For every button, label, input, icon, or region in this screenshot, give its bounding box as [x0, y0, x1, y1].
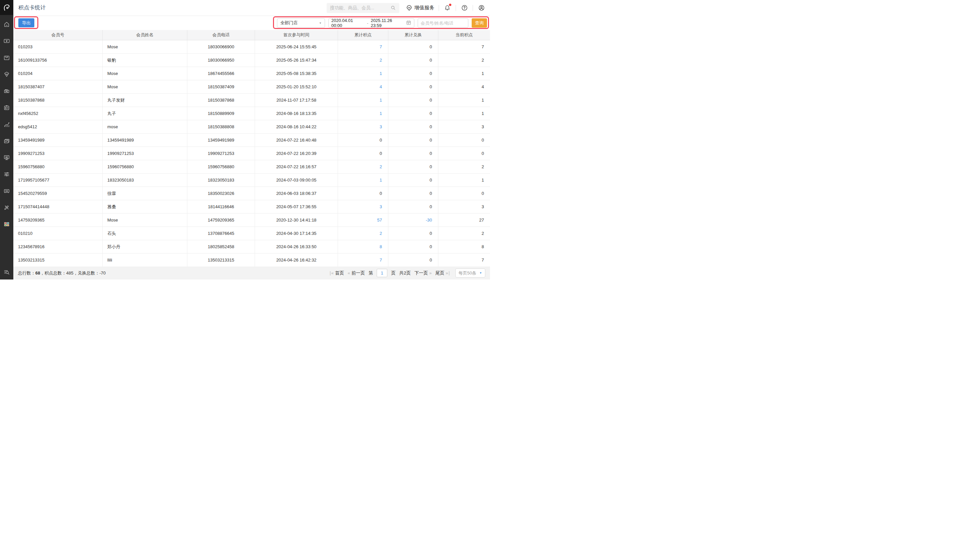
cell-first-time: 2020-12-30 14:41:18: [255, 213, 338, 227]
cell-redeem-total[interactable]: 0: [388, 107, 438, 120]
cell-points-total[interactable]: 1: [338, 94, 388, 107]
first-page-button[interactable]: ∣« 首页: [329, 270, 344, 276]
store-filter-select[interactable]: 全部门店 ▼: [277, 18, 325, 28]
cell-redeem-total[interactable]: 0: [388, 160, 438, 173]
cell-redeem-total[interactable]: 0: [388, 174, 438, 187]
cell-member-name: 郑小丹: [103, 240, 187, 253]
table-row[interactable]: 13503213315 llili 13503213315 2024-04-26…: [13, 253, 490, 267]
table-row[interactable]: edsg5412 mose 18150388808 2024-08-16 10:…: [13, 120, 490, 134]
value-added-services-button[interactable]: 增值服务: [406, 5, 434, 11]
cell-redeem-total[interactable]: 0: [388, 120, 438, 133]
cell-first-time: 2024-07-03 09:00:05: [255, 174, 338, 187]
date-range-picker[interactable]: 2020.04.01 00:00 - 2025.11.26 23:59: [328, 18, 415, 28]
cell-first-time: 2024-04-26 16:33:50: [255, 240, 338, 253]
cell-points-total[interactable]: 0: [338, 134, 388, 147]
gem-icon[interactable]: [3, 71, 10, 78]
cell-points-total[interactable]: 3: [338, 120, 388, 133]
cell-points-total[interactable]: 7: [338, 253, 388, 266]
table-row[interactable]: 154520279559 徐霖 18350023026 2024-06-03 1…: [13, 187, 490, 200]
cell-member-id: 010204: [13, 67, 103, 80]
cell-member-name: Mose: [103, 67, 187, 80]
cell-first-time: 2024-04-26 16:42:32: [255, 253, 338, 266]
global-search-input[interactable]: [330, 5, 390, 10]
table-row[interactable]: 1719957105677 18323050183 18323050183 20…: [13, 174, 490, 187]
next-page-button[interactable]: 下一页 »: [415, 270, 432, 276]
cell-points-total[interactable]: 2: [338, 54, 388, 67]
table-row[interactable]: 15960756880 15960756880 15960756880 2024…: [13, 160, 490, 174]
package-icon[interactable]: [3, 54, 10, 61]
table-row[interactable]: 010203 Mose 18030066900 2025-06-24 15:55…: [13, 40, 490, 54]
export-button[interactable]: 导出: [18, 18, 34, 27]
home-icon[interactable]: [3, 21, 10, 28]
notifications-button[interactable]: [443, 4, 451, 12]
table-row[interactable]: 13459491989 13459491989 13459491989 2024…: [13, 134, 490, 147]
cell-points-total[interactable]: 0: [338, 147, 388, 160]
table-row[interactable]: nxf456252 丸子 18150889909 2024-08-16 18:1…: [13, 107, 490, 120]
cell-redeem-total[interactable]: 0: [388, 67, 438, 80]
cell-points-total[interactable]: 1: [338, 107, 388, 120]
cell-redeem-total[interactable]: 0: [388, 40, 438, 53]
cell-redeem-total[interactable]: 0: [388, 94, 438, 107]
cell-redeem-total[interactable]: 0: [388, 54, 438, 67]
prev-page-button[interactable]: « 前一页: [348, 270, 365, 276]
cell-redeem-total[interactable]: 0: [388, 147, 438, 160]
account-button[interactable]: [478, 4, 485, 12]
brand-logo[interactable]: [0, 0, 13, 15]
cell-points-total[interactable]: 1: [338, 67, 388, 80]
cell-redeem-total[interactable]: 0: [388, 240, 438, 253]
member-search-field[interactable]: [418, 18, 468, 28]
table-row[interactable]: 161009133756 银豹 18030066950 2025-05-26 1…: [13, 54, 490, 67]
cell-points-total[interactable]: 7: [338, 40, 388, 53]
member-search-input[interactable]: [421, 21, 465, 26]
query-button[interactable]: 查询: [472, 18, 487, 28]
cell-member-phone: 13708876645: [187, 227, 255, 240]
table-row[interactable]: 18150387868 丸子发财 18150387868 2024-11-07 …: [13, 94, 490, 107]
banknote-icon[interactable]: [3, 37, 10, 44]
column-header: 会员电话: [187, 30, 255, 40]
list-search-icon[interactable]: [3, 268, 10, 276]
cell-redeem-total[interactable]: -30: [388, 213, 438, 227]
table-row[interactable]: 010204 Mose 18674455566 2025-05-08 15:38…: [13, 67, 490, 80]
cell-redeem-total[interactable]: 0: [388, 253, 438, 266]
cell-member-name: 徐霖: [103, 187, 187, 200]
drawer-icon[interactable]: [3, 187, 10, 194]
help-button[interactable]: [460, 4, 468, 12]
cell-member-id: 18150387407: [13, 80, 103, 93]
table-row[interactable]: 14759209365 Mose 14759209365 2020-12-30 …: [13, 213, 490, 227]
next-page-icon: »: [429, 271, 432, 276]
cell-points-total[interactable]: 4: [338, 80, 388, 93]
cell-redeem-total[interactable]: 0: [388, 134, 438, 147]
idcard-icon[interactable]: [3, 104, 10, 111]
table-row[interactable]: 1715074414448 雅桑 18144116646 2024-05-07 …: [13, 200, 490, 213]
sliders-icon[interactable]: [3, 170, 10, 177]
last-page-button[interactable]: 尾页 »∣: [435, 270, 450, 276]
cell-points-total[interactable]: 2: [338, 160, 388, 173]
table-row[interactable]: 18150387407 Mose 18150387409 2025-01-20 …: [13, 80, 490, 94]
coupon-icon[interactable]: [3, 87, 10, 94]
apps-icon[interactable]: [3, 220, 10, 228]
cell-points-total[interactable]: 1: [338, 174, 388, 187]
cell-member-phone: 18030066900: [187, 40, 255, 53]
cell-member-id: nxf456252: [13, 107, 103, 120]
report-icon[interactable]: [3, 137, 10, 144]
cell-points-total[interactable]: 0: [338, 187, 388, 200]
cell-points-total[interactable]: 3: [338, 200, 388, 213]
cell-redeem-total[interactable]: 0: [388, 227, 438, 240]
tools-icon[interactable]: [3, 204, 10, 211]
cell-redeem-total[interactable]: 0: [388, 187, 438, 200]
monitor-icon[interactable]: [3, 154, 10, 161]
cell-member-phone: 19909271253: [187, 147, 255, 160]
table-row[interactable]: 19909271253 19909271253 19909271253 2024…: [13, 147, 490, 160]
table-row[interactable]: 010210 石头 13708876645 2024-04-30 17:14:3…: [13, 227, 490, 240]
cell-points-total[interactable]: 8: [338, 240, 388, 253]
per-page-select[interactable]: 每页50条 ▼: [455, 268, 485, 278]
cell-points-total[interactable]: 2: [338, 227, 388, 240]
table-row[interactable]: 12345678916 郑小丹 18025852458 2024-04-26 1…: [13, 240, 490, 253]
page-number-input[interactable]: [376, 269, 387, 277]
cell-redeem-total[interactable]: 0: [388, 200, 438, 213]
analytics-icon[interactable]: [3, 121, 10, 127]
cell-points-total[interactable]: 57: [338, 213, 388, 227]
cell-redeem-total[interactable]: 0: [388, 80, 438, 93]
global-search[interactable]: [327, 3, 399, 13]
cell-member-id: 13459491989: [13, 134, 103, 147]
